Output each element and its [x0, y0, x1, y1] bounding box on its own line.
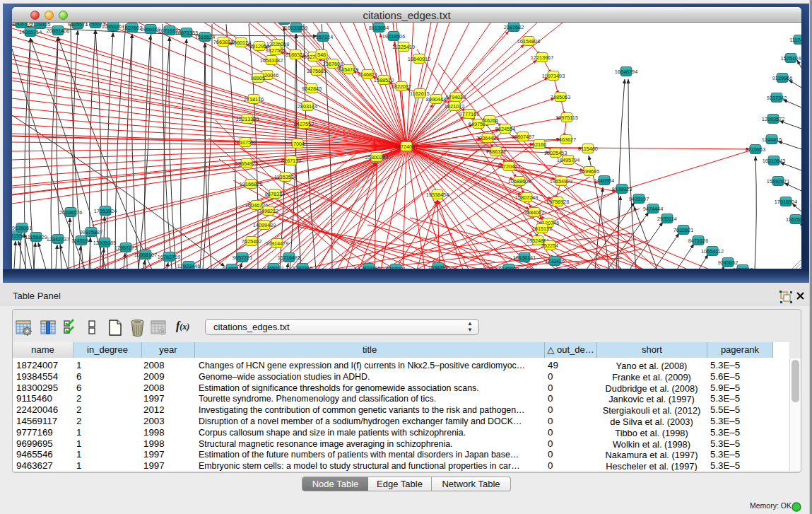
- svg-text:2718176: 2718176: [244, 96, 264, 103]
- svg-text:16154808: 16154808: [517, 38, 540, 45]
- svg-text:9657721: 9657721: [233, 255, 252, 261]
- svg-text:252254: 252254: [541, 243, 558, 249]
- svg-text:3215953: 3215953: [746, 146, 765, 153]
- svg-text:17957273: 17957273: [114, 245, 137, 251]
- svg-text:10807487: 10807487: [512, 134, 534, 140]
- svg-text:19654923: 19654923: [550, 178, 572, 185]
- svg-text:1527602: 1527602: [122, 25, 142, 31]
- svg-text:20206576: 20206576: [59, 209, 82, 216]
- svg-text:18724007: 18724007: [395, 144, 418, 150]
- svg-text:10688609: 10688609: [508, 178, 531, 185]
- svg-text:15720407: 15720407: [498, 163, 520, 170]
- svg-text:8186328: 8186328: [286, 52, 305, 58]
- svg-text:7632621: 7632621: [673, 227, 693, 233]
- svg-text:8427552: 8427552: [294, 121, 314, 127]
- svg-text:7886322: 7886322: [486, 148, 506, 155]
- svg-text:9474444: 9474444: [643, 206, 663, 212]
- svg-text:12213967: 12213967: [531, 54, 553, 61]
- svg-text:10958107: 10958107: [134, 252, 157, 258]
- svg-text:16210643: 16210643: [763, 158, 785, 164]
- svg-text:7485063: 7485063: [551, 94, 570, 100]
- svg-text:19218506: 19218506: [382, 33, 405, 40]
- svg-text:8990448: 8990448: [426, 96, 446, 103]
- svg-text:12342737: 12342737: [47, 236, 69, 243]
- svg-text:12923465: 12923465: [358, 265, 380, 269]
- svg-text:7534290: 7534290: [428, 264, 448, 269]
- svg-text:14055714: 14055714: [19, 29, 42, 35]
- svg-text:3498222: 3498222: [259, 208, 278, 214]
- svg-text:1292346: 1292346: [293, 265, 312, 269]
- svg-text:17353924: 17353924: [94, 208, 117, 214]
- svg-text:10025453: 10025453: [544, 150, 567, 156]
- svg-text:9479197: 9479197: [629, 196, 649, 202]
- svg-text:16648794: 16648794: [615, 69, 637, 75]
- svg-text:2803144: 2803144: [298, 103, 317, 110]
- svg-text:1903327: 1903327: [274, 23, 294, 23]
- svg-text:16543382: 16543382: [260, 57, 283, 64]
- svg-text:3884067: 3884067: [524, 209, 544, 216]
- svg-text:6794028: 6794028: [446, 94, 466, 100]
- svg-text:1588520: 1588520: [374, 77, 394, 83]
- svg-text:19654925: 19654925: [235, 160, 258, 167]
- svg-text:12213389: 12213389: [236, 116, 259, 122]
- svg-text:20691406: 20691406: [47, 28, 69, 34]
- svg-text:8142711: 8142711: [222, 266, 242, 269]
- svg-text:1621072: 1621072: [445, 103, 464, 110]
- svg-text:99975887: 99975887: [80, 229, 102, 235]
- svg-text:746266: 746266: [481, 117, 498, 124]
- svg-text:9345102: 9345102: [264, 265, 283, 269]
- svg-text:9835061: 9835061: [12, 225, 32, 231]
- svg-text:17016504: 17016504: [775, 199, 797, 205]
- svg-text:9129966: 9129966: [772, 75, 792, 81]
- svg-text:12093572: 12093572: [762, 116, 784, 122]
- svg-text:62160: 62160: [532, 141, 546, 148]
- svg-text:8920012: 8920012: [733, 267, 753, 269]
- svg-text:8813054: 8813054: [369, 25, 389, 31]
- svg-text:1733426: 1733426: [545, 258, 565, 264]
- svg-text:18640910: 18640910: [408, 56, 430, 62]
- svg-text:9242845: 9242845: [302, 86, 322, 92]
- svg-text:1615132: 1615132: [532, 226, 552, 232]
- svg-text:17004: 17004: [290, 141, 305, 147]
- svg-text:16782759: 16782759: [158, 254, 180, 260]
- svg-text:25300293: 25300293: [365, 154, 388, 160]
- svg-text:11325419: 11325419: [392, 44, 415, 50]
- svg-text:3824554: 3824554: [495, 126, 515, 132]
- svg-text:9777169: 9777169: [459, 111, 479, 117]
- svg-text:15716485: 15716485: [278, 255, 300, 261]
- svg-text:19166825: 19166825: [240, 181, 262, 187]
- svg-text:9227342: 9227342: [767, 95, 787, 101]
- svg-text:98905: 98905: [251, 75, 265, 81]
- svg-text:9245652: 9245652: [718, 259, 738, 266]
- svg-text:9699695: 9699695: [579, 168, 599, 175]
- svg-text:10654112: 10654112: [701, 248, 724, 255]
- svg-text:9463627: 9463627: [556, 136, 576, 143]
- svg-text:391594: 391594: [12, 233, 25, 239]
- svg-text:19338454: 19338454: [426, 192, 449, 198]
- svg-text:1440954: 1440954: [594, 177, 614, 184]
- svg-text:12923446: 12923446: [177, 263, 200, 269]
- svg-text:8471626: 8471626: [688, 238, 708, 244]
- svg-text:12905185: 12905185: [93, 240, 116, 246]
- svg-text:10107552: 10107552: [234, 139, 257, 146]
- svg-text:1145194: 1145194: [71, 238, 91, 244]
- svg-text:7515524: 7515524: [195, 34, 215, 40]
- svg-text:1117403: 1117403: [789, 37, 801, 43]
- svg-text:11156829: 11156829: [25, 234, 47, 240]
- svg-text:3875685: 3875685: [307, 68, 326, 74]
- svg-text:11353534: 11353534: [274, 174, 297, 180]
- svg-text:10653267: 10653267: [102, 23, 124, 30]
- svg-text:9327505: 9327505: [266, 47, 286, 54]
- svg-text:8878334: 8878334: [265, 191, 285, 197]
- svg-text:16033809: 16033809: [285, 25, 307, 31]
- svg-text:9115460: 9115460: [578, 146, 598, 152]
- svg-text:8938923: 8938923: [612, 186, 632, 192]
- svg-text:1575104: 1575104: [781, 55, 801, 62]
- svg-text:15692971: 15692971: [767, 178, 789, 185]
- svg-text:14099489: 14099489: [253, 222, 276, 228]
- svg-text:2935114: 2935114: [657, 216, 677, 222]
- svg-text:546: 546: [317, 52, 326, 58]
- svg-text:16136141: 16136141: [513, 255, 536, 261]
- svg-text:9142920: 9142920: [499, 266, 519, 269]
- svg-text:1244415: 1244415: [762, 136, 782, 143]
